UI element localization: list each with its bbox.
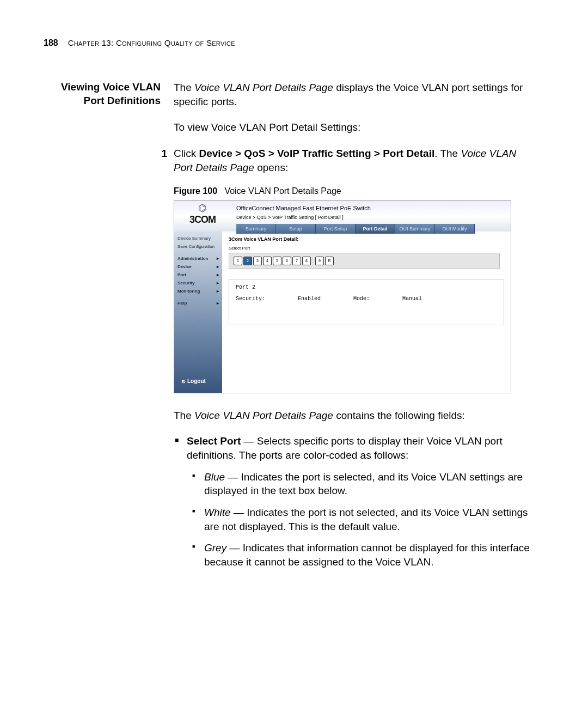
ss-header: ⌬ 3COM OfficeConnect Managed Fast Ethern… (174, 201, 511, 232)
detail-mode-value: Manual (402, 295, 422, 303)
section-heading: Viewing Voice VLAN Port Definitions (44, 81, 161, 579)
port-3[interactable]: 3 (253, 257, 262, 265)
color-white: White — Indicates the port is not select… (204, 506, 534, 533)
chevron-right-icon: ▸ (217, 281, 221, 287)
sidebar-item-monitoring[interactable]: Monitoring▸ (177, 288, 222, 296)
step-number: 1 (156, 147, 167, 174)
port-6[interactable]: 6 (283, 257, 291, 265)
port-1[interactable]: 1 (234, 257, 242, 265)
port-selector-strip: 1 2 3 4 5 6 7 8 9 R (229, 253, 500, 269)
port-r[interactable]: R (325, 257, 334, 265)
chevron-right-icon: ▸ (217, 301, 221, 307)
sidebar-item-security[interactable]: Security▸ (177, 279, 222, 288)
port-9[interactable]: 9 (315, 257, 324, 265)
sidebar-item-help[interactable]: Help▸ (177, 300, 222, 308)
chevron-right-icon: ▸ (217, 272, 221, 278)
breadcrumb: Device > QoS > VoIP Traffic Setting [ Po… (236, 214, 505, 221)
sidebar-item-device-summary[interactable]: Device Summary (177, 235, 222, 243)
figure-caption: Figure 100 Voice VLAN Port Details Page (174, 185, 534, 197)
select-port-label: Select Port (229, 246, 504, 252)
instruction-line: To view Voice VLAN Port Detail Settings: (174, 120, 534, 135)
detail-security-value: Enabled (298, 295, 321, 303)
intro-paragraph: The Voice VLAN Port Details Page display… (174, 81, 534, 108)
page-number: 188 (44, 38, 58, 48)
color-grey: Grey — Indicates that information cannot… (204, 541, 534, 569)
detail-mode-label: Mode: (353, 295, 370, 303)
logout-icon: ⎋ (182, 378, 185, 385)
port-detail-box: Port 2 Security: Enabled Mode: Manual (229, 279, 504, 325)
chevron-right-icon: ▸ (217, 256, 221, 262)
port-8[interactable]: 8 (302, 257, 311, 265)
logo-text: 3COM (177, 213, 228, 226)
detail-security-label: Security: (236, 295, 265, 303)
logout-button[interactable]: ⎋Logout (182, 378, 206, 385)
device-title: OfficeConnect Managed Fast Ethernet PoE … (236, 204, 505, 212)
port-5[interactable]: 5 (273, 257, 281, 265)
port-7[interactable]: 7 (292, 257, 301, 265)
color-code-list: Blue — Indicates the port is selected, a… (187, 470, 534, 569)
sidebar-item-device[interactable]: Device▸ (177, 263, 222, 271)
color-blue: Blue — Indicates the port is selected, a… (204, 470, 534, 498)
logo-3com: ⌬ 3COM (174, 201, 231, 228)
content-pane: 3Com Voice VLAN Port Detail: Select Port… (222, 232, 511, 393)
figure-screenshot: ⌬ 3COM OfficeConnect Managed Fast Ethern… (174, 200, 511, 393)
page-header: 188 Chapter 13: Configuring Quality of S… (44, 38, 534, 48)
sidebar-item-port[interactable]: Port▸ (177, 271, 222, 279)
port-2[interactable]: 2 (243, 257, 252, 265)
step-1: 1 Click Device > QoS > VoIP Traffic Sett… (174, 147, 534, 174)
sidebar: Device Summary Save Configuration Admini… (174, 232, 222, 393)
logo-icon: ⌬ (177, 203, 228, 213)
chapter-line: Chapter 13: Configuring Quality of Servi… (68, 38, 235, 47)
chevron-right-icon: ▸ (217, 289, 221, 295)
fields-intro: The Voice VLAN Port Details Page contain… (174, 409, 534, 423)
detail-port-name: Port 2 (236, 284, 497, 291)
field-select-port: Select Port — Selects specific ports to … (187, 434, 534, 569)
port-4[interactable]: 4 (263, 257, 272, 265)
sidebar-item-administration[interactable]: Administration▸ (177, 255, 222, 263)
content-title: 3Com Voice VLAN Port Detail: (229, 236, 504, 242)
sidebar-item-save-configuration[interactable]: Save Configuration (177, 243, 222, 251)
fields-list: Select Port — Selects specific ports to … (174, 434, 534, 569)
chevron-right-icon: ▸ (217, 264, 221, 270)
